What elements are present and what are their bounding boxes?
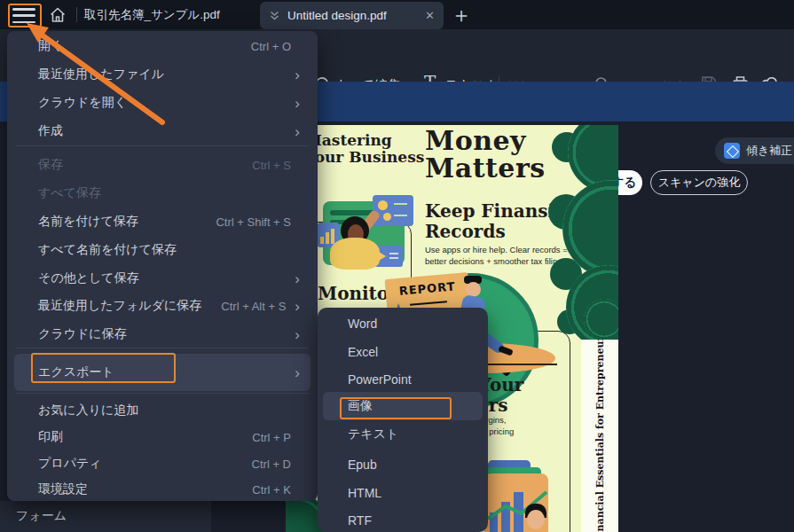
chevron-right-icon: ›	[295, 96, 300, 111]
poster-kicker: Mastering Your Business	[305, 132, 424, 166]
poster-section1-body: Use apps or hire help. Clear records = b…	[425, 245, 568, 267]
menu-item-open-cloud[interactable]: クラウドを開く ›	[14, 89, 311, 117]
hamburger-menu-button[interactable]	[12, 8, 35, 23]
menu-item-save-all: すべて保存	[14, 179, 311, 207]
menu-item-create[interactable]: 作成 ›	[14, 117, 311, 145]
deskew-icon	[724, 143, 740, 159]
title-bar: 取引先名簿_サンプル.pdf Untitled design.pdf ✕ ＋	[0, 0, 794, 29]
chevron-right-icon: ›	[295, 299, 300, 314]
enhance-scan-button[interactable]: スキャンの強化	[650, 170, 748, 195]
form-panel-header[interactable]: フォーム	[0, 501, 211, 532]
chevron-right-icon: ›	[295, 124, 300, 139]
menu-item-preferences[interactable]: 環境設定 Ctrl + K	[14, 475, 311, 504]
file-menu: 開く Ctrl + O 最近使用したファイル › クラウドを開く › 作成 › …	[7, 31, 318, 501]
tab-close-icon[interactable]: ✕	[425, 9, 435, 22]
new-tab-button[interactable]: ＋	[451, 1, 472, 29]
menu-item-print[interactable]: 印刷 Ctrl + P	[14, 423, 311, 451]
titlebar-divider	[76, 7, 77, 22]
submenu-item-powerpoint[interactable]: PowerPoint	[323, 365, 483, 394]
tab-title: Untitled design.pdf	[287, 9, 420, 22]
menu-item-save-as-other[interactable]: その他として保存 ›	[14, 264, 311, 293]
submenu-item-html[interactable]: HTML	[323, 479, 483, 507]
menu-item-export[interactable]: エクスポート ›	[14, 354, 311, 391]
document-title: 取引先名簿_サンプル.pdf	[84, 7, 220, 23]
menu-item-recent-files[interactable]: 最近使用したファイル ›	[14, 60, 311, 89]
submenu-item-text[interactable]: テキスト	[323, 420, 483, 449]
poster-side-banner: Financial Essentials for Entrepreneurs	[581, 340, 618, 532]
submenu-item-excel[interactable]: Excel	[323, 338, 483, 366]
menu-item-open[interactable]: 開く Ctrl + O	[14, 32, 311, 60]
chevron-right-icon: ›	[295, 67, 300, 82]
double-chevron-down-icon[interactable]	[269, 10, 280, 21]
menu-item-save-as[interactable]: 名前を付けて保存 Ctrl + Shift + S	[14, 207, 311, 236]
menu-item-add-to-favorites[interactable]: お気に入りに追加	[14, 396, 311, 425]
submenu-item-rtf[interactable]: RTF	[323, 506, 483, 532]
chevron-right-icon: ›	[295, 327, 300, 342]
poster-title: Money Matters	[425, 127, 546, 182]
tab-untitled-design[interactable]: Untitled design.pdf ✕	[260, 2, 444, 29]
chevron-right-icon: ›	[295, 365, 300, 380]
export-submenu: Word Excel PowerPoint 画像 テキスト Epub HTML …	[318, 308, 488, 532]
menu-item-save: 保存 Ctrl + S	[14, 151, 311, 179]
poster-person2-face	[527, 510, 545, 529]
menu-item-save-recent-folder[interactable]: 最近使用したフォルダに保存 Ctrl + Alt + S ›	[14, 292, 311, 320]
form-panel-label: フォーム	[16, 508, 67, 524]
chevron-right-icon: ›	[295, 271, 300, 286]
pdf-editor-window: 取引先名簿_サンプル.pdf Untitled design.pdf ✕ ＋ す…	[0, 0, 794, 532]
menu-item-save-to-cloud[interactable]: クラウドに保存 ›	[14, 320, 311, 348]
poster-coin-card	[373, 195, 413, 226]
menu-item-properties[interactable]: プロパティ Ctrl + D	[14, 450, 311, 478]
submenu-item-word[interactable]: Word	[323, 309, 483, 338]
poster-person-shirt	[330, 238, 380, 270]
submenu-item-image[interactable]: 画像	[323, 392, 483, 420]
menu-divider	[16, 348, 309, 348]
submenu-item-epub[interactable]: Epub	[323, 450, 483, 479]
poster-scallop	[584, 299, 618, 340]
menu-item-save-all-as[interactable]: すべて名前を付けて保存	[14, 236, 311, 264]
home-icon	[48, 5, 67, 25]
menu-divider	[16, 393, 309, 394]
deskew-button[interactable]: 傾き補正	[715, 137, 794, 164]
menu-divider	[16, 145, 309, 146]
home-button[interactable]	[48, 5, 67, 25]
